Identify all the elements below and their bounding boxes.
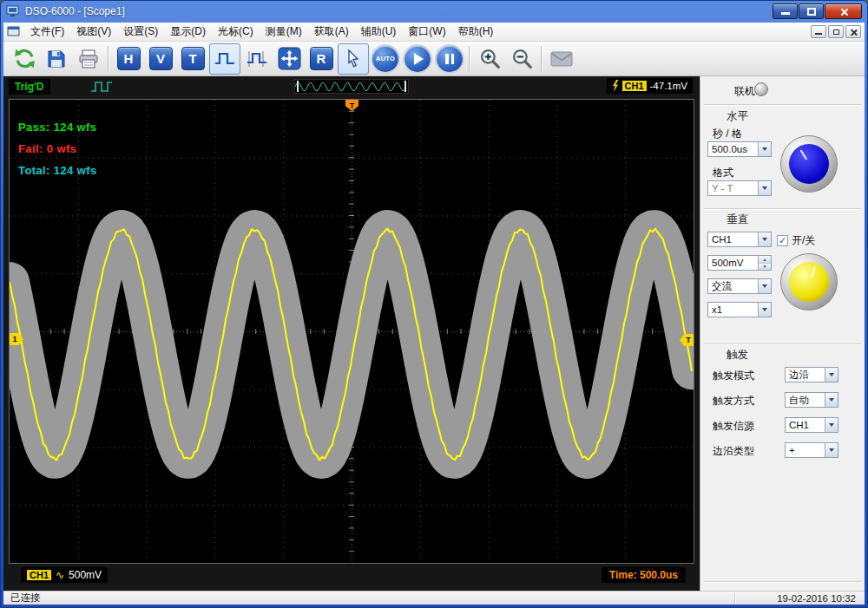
timebase-select[interactable]: 500.0us (707, 141, 772, 157)
ch1-onoff-checkbox[interactable]: ✓ 开/关 (777, 233, 815, 248)
trigger-section-title: 触发 (727, 348, 748, 363)
knob-pointer-icon (800, 150, 808, 160)
menu-item-file[interactable]: 文件(F) (24, 23, 70, 41)
run-button[interactable] (402, 43, 433, 75)
chevron-down-icon[interactable] (758, 181, 771, 195)
zoom-in-button[interactable] (474, 43, 505, 75)
pause-button[interactable] (434, 43, 465, 75)
menu-item-acquire[interactable]: 获取(A) (308, 23, 355, 41)
chevron-down-icon[interactable] (825, 443, 838, 457)
horizontal-position-knob[interactable] (780, 135, 838, 193)
zoom-out-button[interactable] (506, 43, 537, 75)
minimize-button[interactable] (773, 3, 798, 19)
save-button[interactable] (41, 43, 72, 75)
trigger-level-readout: CH1 -47.1mV (607, 78, 693, 94)
section-divider (704, 208, 861, 210)
pan-zoom-button[interactable] (273, 43, 305, 75)
trig-status-badge: Trig'D (9, 79, 50, 95)
zoom-out-icon (510, 47, 534, 70)
horizontal-setup-button[interactable]: H (113, 43, 144, 75)
child-close-button[interactable] (845, 25, 861, 38)
section-divider (704, 343, 861, 345)
export-mail-button[interactable] (546, 43, 577, 75)
section-divider (704, 104, 861, 106)
waveform-measure-button[interactable] (241, 43, 273, 75)
child-minimize-button[interactable] (811, 25, 826, 38)
trigger-setup-button[interactable]: T (177, 43, 208, 75)
autoset-circle: AUTO (372, 46, 398, 72)
v-letter-icon: V (149, 47, 173, 70)
menu-bar: 文件(F) 视图(V) 设置(S) 显示(D) 光标(C) 测量(M) 获取(A… (3, 23, 865, 42)
onoff-label: 开/关 (792, 233, 815, 248)
probe-attenuation-select[interactable]: x1 (707, 302, 772, 317)
menu-item-display[interactable]: 显示(D) (164, 23, 212, 41)
control-panel: 联机: 水平 秒 / 格 500.0us 格式 Y - T 垂直 (700, 76, 865, 591)
menu-item-help[interactable]: 帮助(H) (452, 23, 500, 41)
volts-per-div-readout: 500mV (69, 569, 102, 581)
cursor-pointer-button[interactable] (338, 43, 369, 75)
menu-item-setup[interactable]: 设置(S) (117, 23, 164, 41)
edge-type-select[interactable]: + (785, 442, 838, 458)
vertical-section-title: 垂直 (727, 212, 748, 227)
chevron-down-icon[interactable] (758, 232, 771, 246)
connect-sync-button[interactable] (9, 43, 40, 75)
child-minimize-icon (815, 33, 822, 35)
gated-pulse-icon (246, 49, 268, 69)
spin-down-icon: ▼ (759, 264, 771, 271)
coupling-select[interactable]: 交流 (707, 278, 772, 294)
knob-pointer-icon (811, 266, 816, 278)
volts-per-div-value: 500mV (708, 258, 758, 268)
menu-item-view[interactable]: 视图(V) (70, 23, 117, 41)
client-area: 文件(F) 视图(V) 设置(S) 显示(D) 光标(C) 测量(M) 获取(A… (3, 23, 865, 605)
horizontal-section-title: 水平 (727, 109, 748, 124)
online-indicator (754, 82, 768, 96)
title-bar[interactable]: DSO-6000 - [Scope1] (0, 0, 868, 23)
pass-fail-mask-button[interactable] (209, 43, 240, 75)
trigger-source-select[interactable]: CH1 (785, 417, 838, 433)
close-button[interactable] (825, 3, 862, 19)
trigger-channel-badge: CH1 (622, 81, 647, 91)
print-button[interactable] (73, 43, 104, 75)
scope-display-area: Trig'D CH1 -47.1mV (3, 76, 700, 591)
chevron-down-icon[interactable] (825, 368, 838, 382)
edge-type-label: 边沿类型 (713, 444, 754, 459)
menu-item-cursor[interactable]: 光标(C) (212, 23, 260, 41)
volts-per-div-spinner[interactable]: 500mV ▲▼ (707, 255, 772, 271)
status-bar: 已连接 19-02-2016 10:32 (3, 591, 865, 605)
maximize-button[interactable] (799, 3, 824, 19)
mouse-pointer-icon (345, 49, 362, 69)
trigger-sweep-select[interactable]: 自动 (785, 392, 838, 408)
vertical-setup-button[interactable]: V (145, 43, 176, 75)
menu-item-measure[interactable]: 测量(M) (260, 23, 308, 41)
chevron-down-icon[interactable] (758, 279, 771, 293)
floppy-disk-icon (46, 49, 67, 69)
vertical-position-knob[interactable] (780, 253, 838, 311)
trigger-sweep-value: 自动 (786, 394, 825, 407)
channel-readout: CH1 ∿ 500mV (21, 567, 108, 583)
autoset-button[interactable]: AUTO (370, 43, 401, 75)
channel-select[interactable]: CH1 (707, 232, 772, 247)
format-value: Y - T (708, 183, 758, 193)
scope-screen[interactable]: Pass: 124 wfs Fail: 0 wfs Total: 124 wfs… (9, 99, 694, 564)
chevron-down-icon[interactable] (825, 393, 838, 407)
chevron-down-icon[interactable] (758, 303, 771, 317)
menu-item-window[interactable]: 窗口(W) (402, 23, 451, 41)
display-format-select[interactable]: Y - T (707, 180, 772, 196)
autoset-label: AUTO (376, 55, 395, 62)
play-icon (414, 53, 424, 65)
section-divider (704, 581, 861, 583)
chevron-down-icon[interactable] (758, 142, 771, 156)
record-button[interactable]: R (306, 43, 337, 75)
bottom-readouts: CH1 ∿ 500mV Time: 500.0us (9, 567, 694, 586)
spinner-buttons[interactable]: ▲▼ (758, 256, 771, 270)
pass-fail-mask-trace (10, 230, 692, 459)
trigger-mode-label: 触发模式 (713, 369, 754, 383)
menu-item-utility[interactable]: 辅助(U) (355, 23, 403, 41)
toolbar-separator (469, 46, 470, 72)
chevron-down-icon[interactable] (825, 418, 838, 432)
trigger-mode-select[interactable]: 边沿 (785, 367, 838, 382)
channel-value: CH1 (708, 234, 758, 245)
child-restore-button[interactable] (828, 25, 844, 38)
child-restore-icon (833, 29, 839, 35)
waveform-preview-strip[interactable] (294, 79, 409, 94)
